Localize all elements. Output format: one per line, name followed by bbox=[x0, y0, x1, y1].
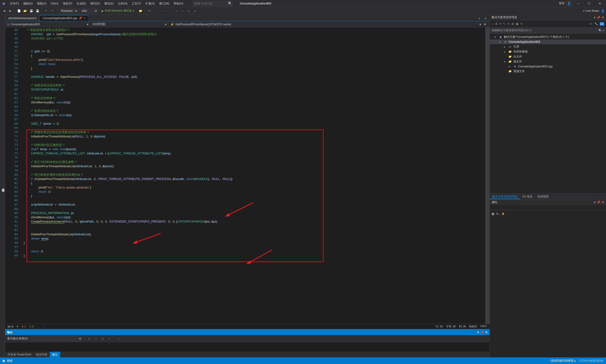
minimize-button[interactable]: ─ bbox=[573, 0, 583, 7]
alpha-icon[interactable]: A↓ bbox=[496, 212, 499, 215]
refresh-icon[interactable]: ⟲ bbox=[520, 22, 523, 26]
uncomment-icon[interactable]: ⊡ bbox=[192, 8, 197, 13]
user-icon[interactable]: 👤 bbox=[566, 1, 572, 6]
solution-search[interactable]: 搜索解决方案资源管理器(Ctrl+;) 🔍 ▾ bbox=[490, 27, 606, 34]
out-clear-icon[interactable]: ✕ bbox=[107, 336, 112, 341]
close-icon[interactable]: ✕ bbox=[485, 331, 488, 334]
dropdown-icon[interactable]: ▾ bbox=[594, 16, 595, 19]
indent-mode[interactable]: 制表符 bbox=[469, 325, 477, 328]
solution-explorer-header[interactable]: 解决方案资源管理器 ▾ 📌 ✕ bbox=[490, 15, 606, 20]
tab-consoleapp[interactable]: ConsoleApplication903.cpp📌× bbox=[40, 15, 88, 21]
save-all-icon[interactable]: 💾 bbox=[35, 8, 40, 13]
menu-tools[interactable]: 工具(T) bbox=[130, 0, 143, 7]
source-file-node[interactable]: ▸✚ConsoleApplication903.cpp bbox=[490, 64, 606, 69]
menu-help[interactable]: 帮助(H) bbox=[171, 0, 185, 7]
save-icon[interactable]: 💾 bbox=[29, 8, 34, 13]
output-body[interactable] bbox=[5, 342, 489, 352]
step-out-icon[interactable]: ↑ bbox=[165, 8, 170, 13]
undo-icon[interactable]: ↶ bbox=[43, 8, 49, 13]
tool-icon[interactable]: 📁 bbox=[138, 8, 143, 13]
rtab-resview[interactable]: 资源视图 bbox=[535, 194, 551, 199]
close-icon[interactable]: ✕ bbox=[602, 16, 604, 19]
left-tool-gutter[interactable]: 服务器资源管理器 工具箱 bbox=[0, 15, 5, 357]
menu-debug[interactable]: 调试(D) bbox=[88, 0, 102, 7]
menu-edit[interactable]: 编辑(E) bbox=[21, 0, 35, 7]
status-project-icon[interactable]: ▣ bbox=[2, 359, 5, 362]
start-debug-button[interactable]: ▶ 本地 Windows 调试器 ▾ bbox=[102, 9, 134, 13]
line-ending[interactable]: CRLF bbox=[480, 325, 487, 328]
scope2-dropdown[interactable]: (全局范围)▾ bbox=[90, 21, 169, 27]
pin-icon[interactable]: 📌 bbox=[480, 331, 484, 334]
out-icon-1[interactable]: ⊟ bbox=[87, 336, 92, 341]
show-all-icon[interactable]: ▦ bbox=[516, 22, 518, 26]
rtab-git[interactable]: Git 更改 bbox=[520, 194, 535, 199]
project-node[interactable]: ▾⧉ConsoleApplication903 bbox=[490, 39, 606, 44]
nav-fwd-icon[interactable]: ▶ bbox=[8, 8, 13, 13]
wrench-icon[interactable]: 🔧 bbox=[594, 22, 598, 26]
output-header[interactable]: 输出 ▾ 📌 ✕ bbox=[5, 329, 489, 335]
live-share-button[interactable]: ↗ Live Share bbox=[582, 9, 599, 13]
config-dropdown[interactable]: Release bbox=[58, 8, 78, 13]
nav-back-icon[interactable]: ◀ bbox=[1, 8, 7, 13]
nav-prev-icon[interactable]: ← bbox=[37, 325, 40, 328]
scope-dropdown[interactable]: ⧉ConsoleApplication903▾ bbox=[5, 21, 90, 27]
code-editor[interactable]: 4647484950515253545556575859606162636465… bbox=[5, 27, 489, 324]
events-icon[interactable]: ⚡ bbox=[501, 212, 505, 215]
properties-body[interactable] bbox=[490, 217, 606, 357]
categorize-icon[interactable]: ▦ bbox=[492, 212, 494, 215]
menu-git[interactable]: Git(G) bbox=[49, 0, 61, 7]
menu-analyze[interactable]: 分析(N) bbox=[116, 0, 130, 7]
zoom-level[interactable]: 86 % bbox=[8, 325, 14, 328]
outdent-icon[interactable]: ⇤ bbox=[180, 8, 185, 13]
pin-icon[interactable]: 📌 bbox=[597, 201, 600, 204]
code-icon[interactable]: <> bbox=[589, 22, 592, 26]
rtab-solution[interactable]: 解决方案资源管理器 bbox=[490, 194, 520, 199]
dropdown-icon[interactable]: ▾ bbox=[477, 331, 479, 334]
open-icon[interactable]: 📂 bbox=[23, 8, 28, 13]
out-wrap-icon[interactable]: ↲ bbox=[116, 336, 122, 341]
properties-subject[interactable] bbox=[490, 205, 606, 210]
menu-file[interactable]: 文件(F) bbox=[8, 0, 21, 7]
refs-node[interactable]: ▸▪▪引用 bbox=[490, 44, 606, 49]
step-into-icon[interactable]: ↓ bbox=[153, 8, 158, 13]
maximize-button[interactable]: ☐ bbox=[584, 0, 594, 7]
tool2-icon[interactable]: 🖵 bbox=[147, 8, 152, 13]
comment-icon[interactable]: ⊟ bbox=[186, 8, 191, 13]
toggle-icon[interactable]: — bbox=[600, 22, 604, 26]
step-over-icon[interactable]: → bbox=[159, 8, 164, 13]
menu-window[interactable]: 窗口(W) bbox=[157, 0, 171, 7]
home-icon[interactable]: ⌂ bbox=[492, 22, 493, 26]
search-button[interactable]: 🔍 bbox=[228, 1, 233, 6]
feedback-icon[interactable]: 👤 bbox=[601, 9, 605, 13]
nav-next-icon[interactable]: → bbox=[43, 325, 45, 328]
pin-icon[interactable]: 📌 bbox=[597, 16, 600, 19]
out-icon-3[interactable]: ⊞ bbox=[100, 336, 105, 341]
menu-view[interactable]: 视图(V) bbox=[35, 0, 49, 7]
error-count[interactable]: ⊘ 0 bbox=[22, 325, 26, 328]
menu-test[interactable]: 测试(S) bbox=[102, 0, 116, 7]
platform-dropdown[interactable]: x64 bbox=[79, 8, 98, 13]
menu-build[interactable]: 生成(B) bbox=[74, 0, 88, 7]
indent-icon[interactable]: ⇥ bbox=[174, 8, 179, 13]
filter-icon[interactable]: ⊞ bbox=[511, 22, 514, 26]
bottom-tab-output[interactable]: 输出 bbox=[50, 352, 60, 357]
source-node[interactable]: ▾📁源文件 bbox=[490, 59, 606, 64]
solution-root[interactable]: ▾▣解决方案"ConsoleApplication903"(1 个项目/共 1 … bbox=[490, 35, 606, 39]
fold-column[interactable] bbox=[20, 27, 24, 324]
tab-afxmdi[interactable]: afxmdiclientareawnd.h bbox=[5, 15, 40, 21]
tab-dropdown-icon[interactable]: ▾ bbox=[477, 16, 482, 21]
out-icon-2[interactable]: ⊡ bbox=[93, 336, 98, 341]
resource-node[interactable]: 📁资源文件 bbox=[490, 69, 606, 74]
brush-icon[interactable]: ✎ bbox=[503, 22, 505, 26]
search-input[interactable] bbox=[192, 1, 228, 6]
warning-count[interactable]: ⚠ 3 bbox=[29, 325, 34, 328]
tab-plus-icon[interactable]: ✕ bbox=[483, 16, 488, 21]
external-deps-node[interactable]: ▸📁外部依赖项 bbox=[490, 49, 606, 54]
output-source-dropdown[interactable] bbox=[30, 336, 82, 341]
code-area[interactable]: /* 根据进程名获取任意进程Id */ DWORD pid = GetProce… bbox=[24, 27, 485, 324]
dropdown-icon[interactable]: ▾ bbox=[594, 201, 595, 204]
menu-extensions[interactable]: 扩展(X) bbox=[143, 0, 157, 7]
sync-icon[interactable]: ⟳ bbox=[507, 22, 510, 26]
bottom-tab-powershell[interactable]: 开发者 PowerShell bbox=[5, 352, 34, 357]
redo-icon[interactable]: ↷ bbox=[50, 8, 55, 13]
